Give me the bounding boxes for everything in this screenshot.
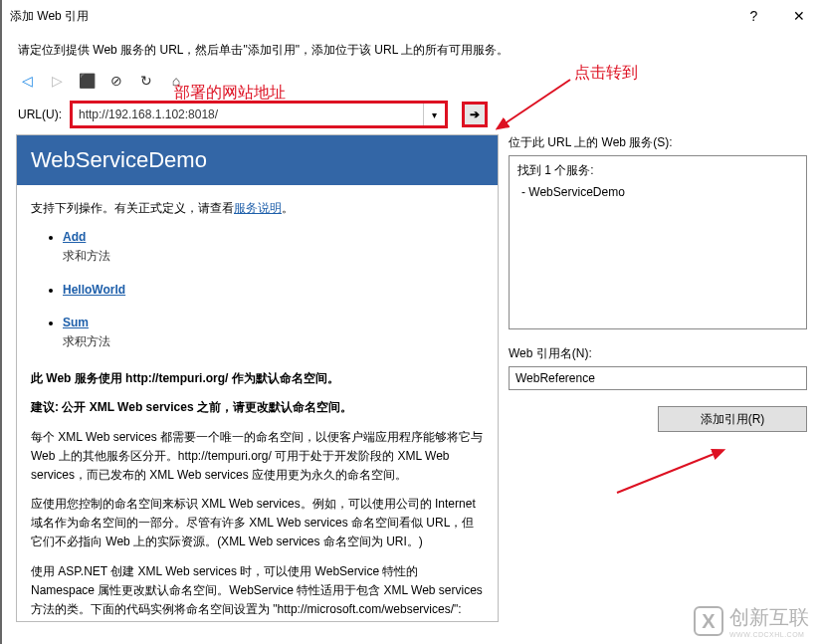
main-area: WebServiceDemo 支持下列操作。有关正式定义，请查看服务说明。 Ad… (2, 134, 821, 622)
services-listbox[interactable]: 找到 1 个服务: - WebServiceDemo (509, 155, 807, 329)
paragraph-namespace: 此 Web 服务使用 http://tempuri.org/ 作为默认命名空间。 (31, 369, 484, 388)
titlebar: 添加 Web 引用 ? ✕ (2, 0, 821, 32)
url-label: URL(U): (18, 107, 62, 121)
url-input[interactable] (73, 104, 423, 125)
paragraph-recommend: 建议: 公开 XML Web services 之前，请更改默认命名空间。 (31, 398, 484, 417)
intro-prefix: 支持下列操作。有关正式定义，请查看 (31, 201, 234, 215)
service-item[interactable]: - WebServiceDemo (517, 185, 798, 199)
home-icon[interactable]: ⌂ (167, 72, 185, 90)
refname-input[interactable] (509, 366, 807, 390)
addref-wrap: 添加引用(R) (509, 406, 807, 432)
right-pane: 位于此 URL 上的 Web 服务(S): 找到 1 个服务: - WebSer… (509, 134, 807, 622)
close-button[interactable]: ✕ (776, 0, 821, 32)
service-intro: 支持下列操作。有关正式定义，请查看服务说明。 (31, 199, 484, 218)
instructions-text: 请定位到提供 Web 服务的 URL，然后单击"添加引用"，添加位于该 URL … (2, 32, 821, 67)
toolbar: ◁ ▷ ⬛ ⊘ ↻ ⌂ (2, 67, 821, 95)
add-reference-button[interactable]: 添加引用(R) (658, 406, 807, 432)
services-label: 位于此 URL 上的 Web 服务(S): (509, 134, 807, 151)
watermark-logo: X (694, 606, 723, 636)
cancel-icon[interactable]: ⊘ (107, 72, 125, 90)
service-description-link[interactable]: 服务说明 (234, 201, 282, 215)
url-dropdown-icon[interactable]: ▾ (423, 104, 445, 125)
stop-icon: ⬛ (78, 72, 96, 90)
list-item: HelloWorld (63, 281, 484, 300)
paragraph-aspnet: 使用 ASP.NET 创建 XML Web services 时，可以使用 We… (31, 562, 484, 620)
op-add-desc: 求和方法 (63, 249, 110, 263)
service-preview-pane[interactable]: WebServiceDemo 支持下列操作。有关正式定义，请查看服务说明。 Ad… (16, 134, 499, 622)
op-hello-link[interactable]: HelloWorld (63, 283, 125, 297)
watermark: X 创新互联 WWW.CDCXHL.COM (694, 604, 809, 638)
services-found-text: 找到 1 个服务: (517, 162, 798, 179)
op-sum-desc: 求积方法 (63, 334, 110, 348)
list-item: Add 求和方法 (63, 228, 484, 266)
op-sum-link[interactable]: Sum (63, 316, 89, 329)
forward-icon: ▷ (48, 72, 66, 90)
intro-suffix: 。 (282, 201, 294, 215)
list-item: Sum 求积方法 (63, 314, 484, 351)
watermark-sub: WWW.CDCXHL.COM (729, 631, 809, 638)
back-icon[interactable]: ◁ (18, 72, 36, 90)
url-input-wrap: ▾ (70, 101, 448, 128)
go-icon: ➔ (470, 107, 480, 121)
watermark-text: 创新互联 (729, 606, 809, 628)
service-header: WebServiceDemo (17, 135, 498, 185)
window-title: 添加 Web 引用 (10, 8, 731, 25)
operations-list: Add 求和方法 HelloWorld Sum 求积方法 (31, 228, 484, 351)
refresh-icon[interactable]: ↻ (137, 72, 155, 90)
service-body: 支持下列操作。有关正式定义，请查看服务说明。 Add 求和方法 HelloWor… (17, 185, 498, 622)
refname-label: Web 引用名(N): (509, 345, 807, 362)
op-add-link[interactable]: Add (63, 230, 86, 244)
help-button[interactable]: ? (731, 0, 776, 32)
paragraph-domain: 应使用您控制的命名空间来标识 XML Web services。例如，可以使用公… (31, 495, 484, 552)
go-button[interactable]: ➔ (462, 102, 488, 127)
paragraph-unique: 每个 XML Web services 都需要一个唯一的命名空间，以便客户端应用… (31, 428, 484, 486)
url-row: URL(U): ▾ ➔ (2, 95, 821, 134)
window: 添加 Web 引用 ? ✕ 请定位到提供 Web 服务的 URL，然后单击"添加… (0, 0, 821, 644)
